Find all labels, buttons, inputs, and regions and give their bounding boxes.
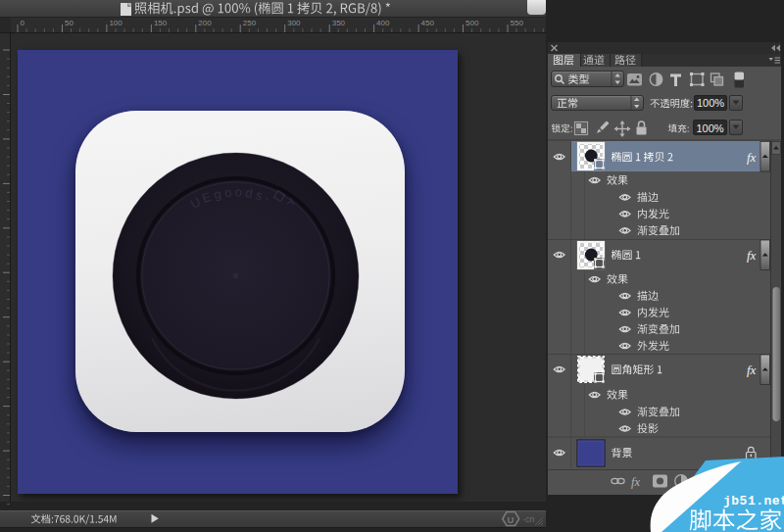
svg-text:100%: 100%: [696, 122, 723, 134]
svg-text:100%: 100%: [697, 97, 724, 109]
svg-text:400: 400: [376, 19, 390, 27]
svg-text:fx: fx: [747, 363, 757, 377]
svg-text:150: 150: [154, 19, 168, 27]
svg-text:350: 350: [332, 19, 346, 27]
svg-text:fx: fx: [631, 475, 640, 489]
svg-text:fx: fx: [747, 248, 757, 263]
svg-text:U: U: [508, 514, 514, 525]
svg-text:fx: fx: [747, 150, 757, 165]
svg-text:200: 200: [198, 19, 212, 27]
svg-text:jb51.net: jb51.net: [723, 494, 784, 508]
svg-text:·cn: ·cn: [522, 514, 535, 524]
svg-text:500: 500: [466, 19, 479, 27]
svg-text:550: 550: [511, 19, 524, 27]
svg-text:450: 450: [421, 19, 435, 27]
svg-text:300: 300: [287, 19, 301, 27]
svg-text:0: 0: [21, 19, 25, 27]
svg-text:50: 50: [65, 19, 74, 27]
svg-text:100: 100: [109, 19, 122, 27]
svg-text:250: 250: [243, 19, 257, 27]
